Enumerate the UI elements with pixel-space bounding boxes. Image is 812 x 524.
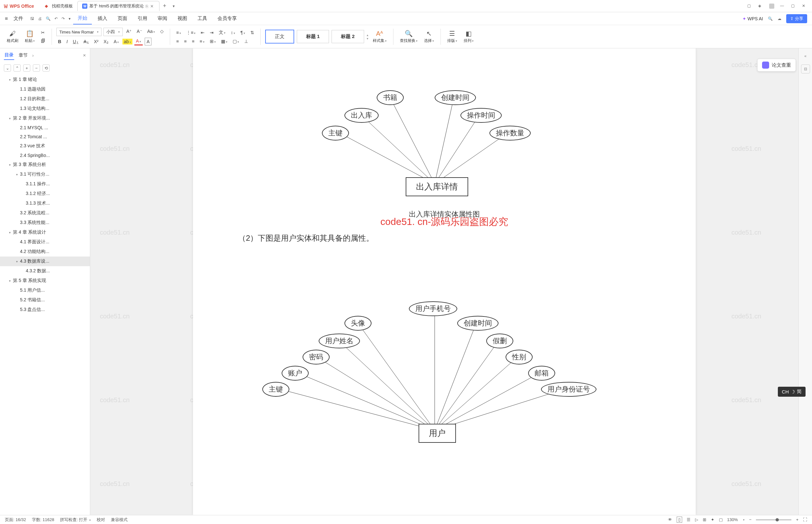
zoom-value[interactable]: 130% bbox=[727, 517, 738, 522]
align-center-button[interactable]: ≡ bbox=[182, 38, 188, 45]
font-color-button[interactable]: A▾ bbox=[134, 37, 143, 46]
zoom-out-button[interactable]: − bbox=[749, 517, 752, 522]
line-spacing-button[interactable]: ↕▾ bbox=[229, 29, 237, 36]
expand-all-button[interactable]: ⌃ bbox=[14, 64, 21, 71]
font-family-select[interactable]: Times New Romar▾ bbox=[56, 28, 101, 36]
focus-mode-icon[interactable]: ✦ bbox=[711, 517, 714, 522]
spell-check-status[interactable]: 拼写检查: 打开 ▾ bbox=[60, 517, 91, 523]
outline-item[interactable]: 1.3 论文结构... bbox=[0, 104, 90, 113]
zoom-in-button[interactable]: + bbox=[796, 517, 798, 522]
outline-item[interactable]: 3.1.2 经济... bbox=[0, 189, 90, 198]
close-window-icon[interactable]: ✕ bbox=[802, 3, 807, 9]
cut-icon[interactable]: ✂ bbox=[39, 29, 47, 36]
cube-icon[interactable]: ◈ bbox=[758, 3, 763, 9]
copy-icon[interactable]: 🗐 bbox=[39, 37, 47, 45]
outline-item[interactable]: ▾第 5 章 系统实现 bbox=[0, 276, 90, 285]
underline-button[interactable]: U▾ bbox=[71, 38, 80, 45]
outline-item[interactable]: ▾第 2 章 开发环境... bbox=[0, 113, 90, 123]
outline-item[interactable]: 2.3 vue 技术 bbox=[0, 141, 90, 151]
minimize-icon[interactable]: — bbox=[780, 3, 785, 9]
remove-item-button[interactable]: − bbox=[33, 64, 40, 71]
outline-item[interactable]: 5.1 用户信... bbox=[0, 285, 90, 295]
outline-item[interactable]: 2.1 MYSQL ... bbox=[0, 123, 90, 132]
hamburger-icon[interactable]: ≡ bbox=[5, 16, 8, 21]
add-item-button[interactable]: + bbox=[23, 64, 30, 71]
outline-item[interactable]: 1.1 选题动因 bbox=[0, 84, 90, 94]
menu-review[interactable]: 审阅 bbox=[153, 13, 172, 24]
print-icon[interactable]: 🖨 bbox=[37, 15, 43, 22]
typeset-button[interactable]: ☰ 排版▾ bbox=[445, 30, 459, 44]
outline-item[interactable]: 1.2 目的和意... bbox=[0, 94, 90, 104]
outline-item[interactable]: 3.1.3 技术... bbox=[0, 198, 90, 208]
paragraph-mark-button[interactable]: ¶▾ bbox=[239, 29, 247, 36]
fullscreen-icon[interactable]: ⛶ bbox=[803, 517, 807, 522]
align-right-button[interactable]: ≡ bbox=[190, 38, 196, 45]
font-size-select[interactable]: 小四▾ bbox=[103, 28, 123, 36]
document-area[interactable]: code51.cncode51.cncode51.cncode51.cncode… bbox=[90, 48, 798, 515]
superscript-button[interactable]: X² bbox=[92, 38, 100, 45]
save-icon[interactable]: 🖫 bbox=[29, 15, 35, 22]
rail-expand-icon[interactable]: « bbox=[801, 52, 810, 61]
file-menu[interactable]: 文件 bbox=[9, 13, 28, 24]
outline-item[interactable]: 4.1 界面设计... bbox=[0, 237, 90, 247]
page-indicator[interactable]: 页面: 16/32 bbox=[5, 517, 26, 523]
preview-icon[interactable]: 🔍 bbox=[45, 15, 52, 22]
outline-item[interactable]: ▾第 1 章 绪论 bbox=[0, 75, 90, 84]
outline-close-icon[interactable]: ✕ bbox=[83, 53, 86, 58]
link-button[interactable]: ⟲ bbox=[43, 64, 50, 71]
zoom-thumb[interactable] bbox=[776, 518, 779, 521]
paper-check-button[interactable]: 论文查重 bbox=[757, 59, 796, 71]
text-effects-button[interactable]: A▾ bbox=[112, 38, 120, 45]
borders-button[interactable]: ▢▾ bbox=[231, 38, 241, 45]
tabs-button[interactable]: ⊥ bbox=[243, 38, 250, 45]
increase-indent-button[interactable]: ⇥ bbox=[208, 29, 215, 36]
outline-item[interactable]: ▾4.3 数据库设... bbox=[0, 257, 90, 266]
style-scroll[interactable]: ▴▾ bbox=[367, 33, 368, 40]
style-heading1[interactable]: 标题 1 bbox=[297, 30, 329, 43]
outline-item[interactable]: 5.2 书籍信... bbox=[0, 295, 90, 305]
maximize-icon[interactable]: ▢ bbox=[791, 3, 796, 9]
strikethrough-button[interactable]: A▾ bbox=[82, 38, 90, 45]
view-page-icon[interactable]: ▯ bbox=[677, 517, 682, 523]
fit-width-icon[interactable]: ▢ bbox=[719, 517, 723, 522]
outline-tab-chapter[interactable]: 章节 bbox=[18, 51, 28, 60]
style-normal[interactable]: 正文 bbox=[265, 30, 294, 44]
search-icon[interactable]: 🔍 bbox=[768, 16, 773, 21]
outline-list[interactable]: ▾第 1 章 绪论1.1 选题动因1.2 目的和意...1.3 论文结构...▾… bbox=[0, 73, 90, 515]
outline-item[interactable]: ▾3.1 可行性分... bbox=[0, 169, 90, 179]
avatar-icon[interactable] bbox=[769, 3, 774, 9]
read-mode-icon[interactable]: ⊞ bbox=[703, 517, 706, 522]
menu-page[interactable]: 页面 bbox=[113, 13, 132, 24]
menu-insert[interactable]: 插入 bbox=[93, 13, 112, 24]
bold-button[interactable]: B bbox=[56, 38, 63, 45]
select-button[interactable]: ↖ 选择▾ bbox=[422, 30, 436, 44]
collapse-all-button[interactable]: ⌄ bbox=[4, 64, 11, 71]
outline-item[interactable]: ▾第 4 章 系统设计 bbox=[0, 228, 90, 237]
outline-next-icon[interactable]: › bbox=[32, 53, 34, 58]
view-outline-icon[interactable]: ☰ bbox=[687, 517, 691, 522]
highlight-button[interactable]: ab▾ bbox=[122, 39, 132, 45]
window-layout-icon[interactable]: ▢ bbox=[747, 3, 752, 9]
eye-icon[interactable]: 👁 bbox=[668, 517, 672, 522]
view-web-icon[interactable]: ▷ bbox=[695, 517, 698, 522]
paste-button[interactable]: 📋 粘贴▾ bbox=[23, 30, 37, 44]
word-count[interactable]: 字数: 11628 bbox=[32, 517, 54, 523]
menu-member[interactable]: 会员专享 bbox=[213, 13, 241, 24]
tab-menu-button[interactable]: ▾ bbox=[169, 4, 178, 9]
tab-sync-icon[interactable]: ⎘ bbox=[146, 4, 148, 9]
text-direction-button[interactable]: 文▾ bbox=[217, 29, 227, 36]
doc-tab-current[interactable]: W 基于 html5 的图书管理系统论 ⎘ ✕ bbox=[77, 1, 160, 11]
sort-lines-button[interactable]: ⇅ bbox=[249, 29, 256, 36]
new-tab-button[interactable]: + bbox=[160, 3, 169, 9]
outline-item[interactable]: 2.2 Tomcat ... bbox=[0, 132, 90, 141]
change-case-icon[interactable]: Aa▾ bbox=[146, 28, 156, 36]
cloud-icon[interactable]: ☁ bbox=[778, 16, 781, 21]
phonetic-button[interactable]: A bbox=[145, 38, 151, 46]
outline-item[interactable]: 4.3.2 数据... bbox=[0, 266, 90, 276]
zoom-slider[interactable] bbox=[756, 519, 791, 521]
italic-button[interactable]: I bbox=[65, 38, 69, 45]
outline-item[interactable]: 4.2 功能结构... bbox=[0, 247, 90, 257]
share-button[interactable]: ⇪分享 bbox=[786, 14, 807, 23]
wps-ai-button[interactable]: ✦WPS AI bbox=[742, 16, 763, 21]
subscript-button[interactable]: X₂ bbox=[102, 38, 110, 45]
